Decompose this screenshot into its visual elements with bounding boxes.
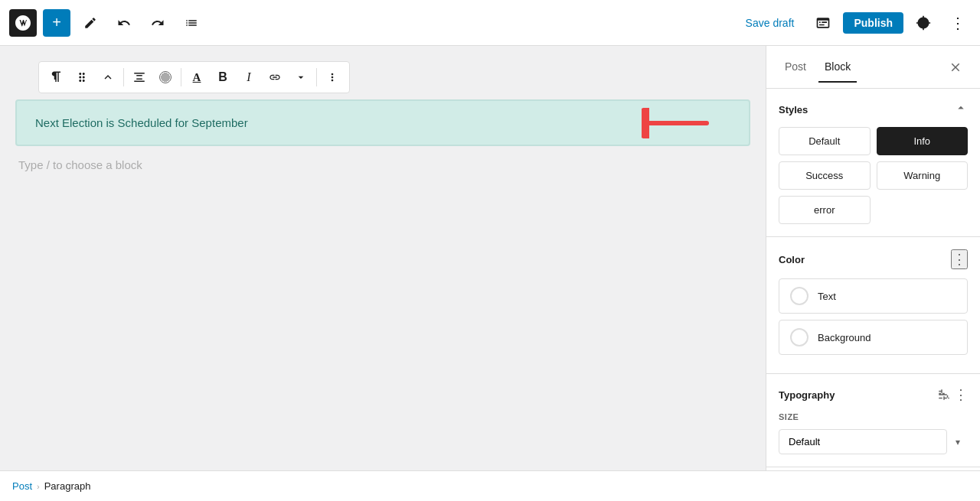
breadcrumb-paragraph: Paragraph: [44, 480, 91, 492]
color-section-header: Color ⋮: [779, 249, 968, 269]
paragraph-icon: [49, 70, 63, 84]
size-label: SIZE: [779, 412, 799, 421]
document-overview-button[interactable]: [178, 9, 205, 37]
breadcrumb-post-link[interactable]: Post: [12, 480, 32, 492]
list-icon: [185, 16, 198, 30]
select-chevron-icon: ▾: [956, 437, 960, 447]
size-select-wrapper: Default Small Medium Large X-Large ▾: [779, 429, 968, 454]
typography-more-button[interactable]: ⋮: [954, 386, 968, 403]
topbar-right: Save draft Publish ⋮: [737, 9, 971, 37]
circle-icon: [159, 71, 172, 83]
tab-block[interactable]: Block: [818, 52, 857, 83]
link-icon: [269, 71, 281, 83]
styles-section-header[interactable]: Styles: [779, 101, 968, 118]
background-color-circle: [790, 328, 808, 346]
background-color-label: Background: [818, 332, 871, 343]
typography-section: Typography ⋮ SIZE Default Small Medium L…: [766, 374, 980, 467]
info-block-text: Next Election is Scheduled for September: [35, 116, 248, 129]
style-error-button[interactable]: error: [779, 196, 871, 224]
vertical-dots-icon: ⋮: [950, 14, 964, 32]
sliders-icon: [937, 388, 951, 402]
style-warning-button[interactable]: Warning: [877, 161, 969, 190]
highlight-button[interactable]: [153, 65, 178, 89]
move-icon: [101, 70, 115, 84]
move-button[interactable]: [96, 65, 120, 89]
align-button[interactable]: [127, 65, 152, 89]
close-icon: [949, 60, 962, 74]
settings-toggle-button[interactable]: [910, 9, 937, 37]
styles-toggle-button[interactable]: [954, 101, 968, 118]
more-rich-text-button[interactable]: [289, 65, 313, 89]
style-success-button[interactable]: Success: [779, 161, 871, 190]
align-icon: [132, 70, 146, 84]
text-color-row[interactable]: Text: [779, 278, 968, 314]
text-color-circle: [790, 287, 808, 305]
typography-controls: ⋮: [937, 386, 968, 403]
color-options-button[interactable]: ⋮: [951, 249, 968, 269]
options-icon: [326, 71, 338, 83]
typography-options-button[interactable]: [937, 388, 951, 402]
chevron-down-icon: [295, 71, 307, 83]
styles-section: Styles Default Info Success Warning erro…: [766, 89, 980, 237]
wp-logo: [9, 9, 37, 37]
text-color-button[interactable]: A: [185, 65, 209, 89]
typography-section-header: Typography ⋮: [779, 386, 968, 403]
preview-button[interactable]: [809, 9, 837, 37]
size-select[interactable]: Default Small Medium Large X-Large: [779, 429, 947, 454]
text-color-label: Text: [818, 291, 836, 302]
bold-icon: B: [218, 70, 227, 84]
sidebar-close-button[interactable]: [943, 55, 968, 80]
link-button[interactable]: [263, 65, 287, 89]
style-default-button[interactable]: Default: [779, 127, 871, 155]
text-color-icon: A: [193, 71, 201, 84]
styles-title: Styles: [779, 104, 808, 115]
editor-area: A B I Next Election is Scheduled fo: [0, 46, 766, 470]
type-placeholder[interactable]: Type / to choose a block: [15, 158, 750, 171]
topbar: + Save draft Publish ⋮: [0, 0, 980, 46]
pencil-icon: [83, 16, 97, 30]
redo-icon: [151, 16, 165, 30]
drag-icon: [75, 70, 89, 84]
color-section: Color ⋮ Text Background: [766, 237, 980, 374]
editor-content: Next Election is Scheduled for September…: [15, 99, 750, 187]
drag-handle-button[interactable]: [70, 65, 94, 89]
wordpress-icon: [14, 14, 32, 32]
tools-button[interactable]: [77, 9, 104, 37]
save-draft-button[interactable]: Save draft: [737, 12, 804, 34]
sidebar: Post Block Styles Default Info Success W…: [766, 46, 980, 470]
paragraph-type-button[interactable]: [44, 65, 68, 89]
redo-button[interactable]: [144, 9, 172, 37]
styles-grid: Default Info Success Warning error: [779, 127, 968, 224]
info-block[interactable]: Next Election is Scheduled for September: [15, 99, 750, 146]
italic-button[interactable]: I: [237, 65, 261, 89]
more-options-button[interactable]: ⋮: [943, 9, 971, 37]
block-options-button[interactable]: [320, 65, 345, 89]
add-block-button[interactable]: +: [43, 9, 70, 37]
size-row: SIZE: [779, 412, 968, 421]
background-color-row[interactable]: Background: [779, 320, 968, 355]
settings-icon: [916, 15, 931, 31]
bold-button[interactable]: B: [211, 65, 235, 89]
style-info-button[interactable]: Info: [877, 127, 969, 155]
toolbar-divider-1: [123, 68, 124, 86]
typography-title: Typography: [779, 389, 835, 401]
chevron-up-icon: [954, 101, 968, 115]
toolbar-divider-3: [316, 68, 317, 86]
block-toolbar: A B I: [38, 61, 350, 93]
breadcrumb-separator: ›: [37, 482, 40, 491]
sidebar-header: Post Block: [766, 46, 980, 89]
color-title: Color: [779, 254, 805, 265]
preview-icon: [815, 15, 831, 31]
arrow-annotation: [642, 108, 710, 138]
undo-icon: [117, 16, 131, 30]
italic-icon: I: [247, 70, 250, 84]
tab-post[interactable]: Post: [779, 52, 812, 83]
breadcrumb: Post › Paragraph: [0, 470, 980, 501]
publish-button[interactable]: Publish: [843, 12, 903, 34]
toolbar-divider-2: [181, 68, 181, 86]
undo-button[interactable]: [110, 9, 138, 37]
main-layout: A B I Next Election is Scheduled fo: [0, 46, 980, 470]
